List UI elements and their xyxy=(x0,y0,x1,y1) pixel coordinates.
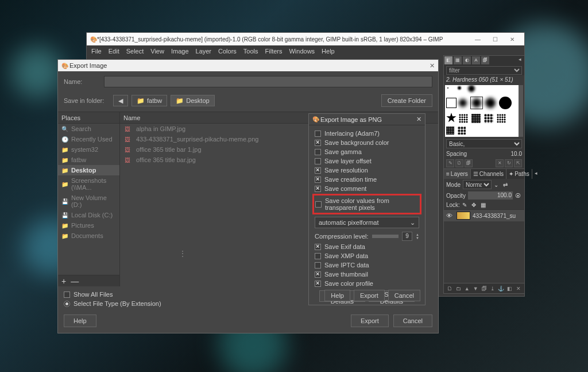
png-option-checkbox[interactable]: Save thumbnail xyxy=(315,270,419,279)
breadcrumb-folder-2[interactable]: 📁 Desktop xyxy=(171,95,214,106)
folder-icon: 💾 xyxy=(61,212,68,218)
mode-chevron-icon[interactable]: ⌄ xyxy=(494,182,501,188)
menu-edit[interactable]: Edit xyxy=(109,48,119,55)
lock-position-icon[interactable]: ✥ xyxy=(471,202,478,208)
menu-image[interactable]: Image xyxy=(171,48,189,55)
visibility-icon[interactable]: 👁 xyxy=(446,212,454,219)
export-button[interactable]: Export xyxy=(351,315,389,327)
menu-colors[interactable]: Colors xyxy=(218,48,237,55)
png-option-checkbox[interactable]: Save XMP data xyxy=(315,251,419,260)
layer-item[interactable]: 👁 433-4338371_su xyxy=(444,209,524,221)
new-group-icon[interactable]: 🗀 xyxy=(455,285,462,293)
opacity-slider[interactable]: 100.0 xyxy=(468,191,513,200)
place-item[interactable]: 📁Desktop xyxy=(58,165,119,175)
png-option-checkbox[interactable]: Save resolution xyxy=(315,166,419,175)
place-item[interactable]: 📁Pictures xyxy=(58,220,119,231)
lower-layer-icon[interactable]: ▼ xyxy=(472,285,479,293)
brush-scrollbar[interactable] xyxy=(519,85,523,137)
maximize-button[interactable]: ☐ xyxy=(486,36,504,43)
png-help-button[interactable]: Help xyxy=(324,290,350,301)
menu-filters[interactable]: Filters xyxy=(265,48,283,55)
cancel-button[interactable]: Cancel xyxy=(393,315,432,327)
png-option-checkbox[interactable]: Interlacing (Adam7) xyxy=(315,129,419,138)
folder-icon: 📁 xyxy=(61,157,68,163)
png-option-checkbox[interactable]: Save gamma xyxy=(315,147,419,156)
menu-select[interactable]: Select xyxy=(126,48,144,55)
help-button[interactable]: Help xyxy=(64,315,96,327)
remove-place-button[interactable]: — xyxy=(71,277,79,286)
anchor-layer-icon[interactable]: ⚓ xyxy=(497,285,505,293)
refresh-brush-icon[interactable]: ↻ xyxy=(505,159,513,167)
fonts-tab[interactable]: A xyxy=(472,56,480,64)
place-item[interactable]: 🕑Recently Used xyxy=(58,134,119,144)
duplicate-brush-icon[interactable]: 🗐 xyxy=(465,159,473,167)
minimize-button[interactable]: — xyxy=(469,36,486,43)
drag-handle-icon[interactable]: ⋮ xyxy=(179,250,186,258)
place-item[interactable]: 🔍Search xyxy=(58,124,119,134)
place-item[interactable]: 💾Local Disk (C:) xyxy=(58,210,119,220)
menu-layer[interactable]: Layer xyxy=(196,48,212,55)
filename-input[interactable] xyxy=(104,76,432,87)
paths-tab[interactable]: ✦Paths xyxy=(506,169,532,179)
menu-tools[interactable]: Tools xyxy=(243,48,258,55)
place-item[interactable]: 📁Documents xyxy=(58,231,119,241)
compression-slider[interactable] xyxy=(372,235,399,238)
spinner-down-icon[interactable]: ▼ xyxy=(416,236,419,240)
png-option-checkbox[interactable]: Save layer offset xyxy=(315,156,419,166)
layers-tab[interactable]: ≡Layers xyxy=(444,169,471,179)
lock-pixels-icon[interactable]: ✎ xyxy=(462,202,469,208)
new-layer-icon[interactable]: 🗋 xyxy=(446,285,454,293)
breadcrumb-back-button[interactable]: ◀ xyxy=(113,95,128,106)
pixelformat-dropdown[interactable]: automatic pixelformat⌄ xyxy=(315,217,419,228)
delete-layer-icon[interactable]: ✕ xyxy=(514,285,522,293)
png-option-checkbox[interactable]: Save IPTC data xyxy=(315,260,419,270)
png-option-checkbox[interactable]: Save Exif data xyxy=(315,242,419,251)
edit-brush-icon[interactable]: ✎ xyxy=(446,159,454,167)
new-brush-icon[interactable]: 🗋 xyxy=(455,159,463,167)
png-option-checkbox[interactable]: Save comment xyxy=(315,184,419,193)
menu-file[interactable]: File xyxy=(91,48,102,55)
place-item[interactable]: 📁Screenshots (\\MA... xyxy=(58,175,119,193)
duplicate-layer-icon[interactable]: 🗐 xyxy=(481,285,488,293)
patterns-tab[interactable]: ▦ xyxy=(454,56,462,64)
brush-preset-select[interactable]: Basic, xyxy=(446,139,522,148)
breadcrumb-folder-1[interactable]: 📁 fatbw xyxy=(131,95,167,106)
opacity-reset-icon[interactable]: ⦿ xyxy=(515,193,522,199)
png-option-checkbox[interactable]: Save creation time xyxy=(315,175,419,184)
mode-swap-icon[interactable]: ⇄ xyxy=(503,182,510,188)
mask-icon[interactable]: ◧ xyxy=(506,285,513,293)
png-cancel-button[interactable]: Cancel xyxy=(388,290,420,301)
history-tab[interactable]: 🗐 xyxy=(481,56,489,64)
close-icon[interactable]: ✕ xyxy=(430,62,435,70)
compression-value[interactable]: 9 xyxy=(402,232,412,241)
close-button[interactable]: ✕ xyxy=(504,36,521,43)
brushes-tab[interactable]: ◧ xyxy=(444,56,452,64)
open-as-image-icon[interactable]: ⇱ xyxy=(514,159,522,167)
gradients-tab[interactable]: ◐ xyxy=(463,56,471,64)
add-place-button[interactable]: + xyxy=(61,277,66,286)
delete-brush-icon[interactable]: ✕ xyxy=(496,159,504,167)
place-item[interactable]: 💾New Volume (D:) xyxy=(58,193,119,210)
png-export-button[interactable]: Export xyxy=(354,290,385,301)
save-color-transparent-checkbox[interactable]: Save color values from transparent pixel… xyxy=(315,196,419,212)
png-option-checkbox[interactable]: Save background color xyxy=(315,138,419,147)
menu-help[interactable]: Help xyxy=(322,48,335,55)
blend-mode-select[interactable]: Normal xyxy=(463,180,492,189)
place-item[interactable]: 📁fatbw xyxy=(58,155,119,165)
menu-windows[interactable]: Windows xyxy=(289,48,315,55)
dock-menu-icon[interactable]: ◂ xyxy=(516,56,524,64)
lock-alpha-icon[interactable]: ▦ xyxy=(481,202,488,208)
spacing-value[interactable]: 10.0 xyxy=(511,151,522,157)
channels-tab[interactable]: ☰Channels xyxy=(471,169,506,179)
create-folder-button[interactable]: Create Folder xyxy=(381,94,432,107)
menu-view[interactable]: View xyxy=(150,48,164,55)
close-icon[interactable]: ✕ xyxy=(416,116,421,123)
layers-menu-icon[interactable]: ◂ xyxy=(532,169,540,179)
raise-layer-icon[interactable]: ▲ xyxy=(463,285,471,293)
layer-name[interactable]: 433-4338371_su xyxy=(473,213,516,219)
brush-filter-select[interactable]: filter xyxy=(446,66,522,75)
png-option-checkbox[interactable]: Save color profile xyxy=(315,279,419,288)
merge-down-icon[interactable]: ⤓ xyxy=(489,285,496,293)
place-item[interactable]: 📁system32 xyxy=(58,144,119,155)
brush-grid[interactable] xyxy=(445,85,523,137)
